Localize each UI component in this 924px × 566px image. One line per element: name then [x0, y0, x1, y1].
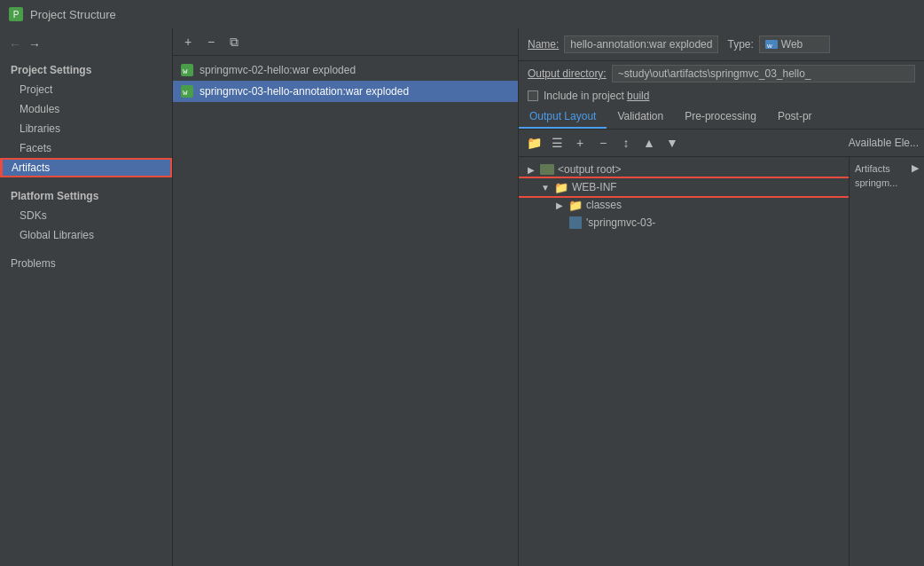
avail-item-springm-label: springm...	[855, 177, 897, 188]
classes-folder-icon: 📁	[568, 198, 583, 212]
include-build-label: Include in project build	[544, 90, 649, 102]
output-dir-value[interactable]: ~study\out\artifacts\springmvc_03_hello_	[612, 65, 915, 83]
right-panel: Name: hello-annotation:war exploded Type…	[519, 28, 924, 566]
tree-label-springmvc: 'springmvc-03-	[586, 216, 655, 229]
project-settings-label: Project Settings	[0, 59, 172, 80]
output-add-btn[interactable]: +	[570, 133, 590, 153]
add-artifact-button[interactable]: +	[178, 32, 198, 51]
sidebar: ← → Project Settings Project Modules Lib…	[0, 28, 173, 566]
tree-node-output-root[interactable]: ▶ <output root>	[519, 161, 849, 178]
type-field-group: Type: w Web	[727, 35, 829, 53]
copy-artifact-button[interactable]: ⧉	[224, 32, 244, 51]
svg-text:w: w	[183, 67, 188, 75]
type-value[interactable]: w Web	[759, 35, 830, 53]
sidebar-item-sdks[interactable]: SDKs	[0, 206, 172, 225]
tree-label-classes: classes	[586, 199, 622, 211]
springmvc-file-icon	[568, 216, 583, 230]
output-up-btn[interactable]: ▲	[639, 133, 659, 153]
output-sort-btn[interactable]: ↕	[616, 133, 636, 153]
output-dir-label: Output directory:	[528, 67, 607, 80]
artifact-icon-2: w	[180, 84, 194, 98]
output-toolbar: 📁 ☰ + − ↕ ▲ ▼ Available Ele...	[519, 130, 924, 157]
output-folder-btn[interactable]: 📁	[524, 133, 544, 153]
tree-node-webinf[interactable]: ▼ 📁 WEB-INF	[519, 178, 849, 196]
tree-node-classes[interactable]: ▶ 📁 classes	[519, 196, 849, 214]
sidebar-item-global-libraries[interactable]: Global Libraries	[0, 225, 172, 245]
svg-text:w: w	[183, 88, 188, 97]
sidebar-item-artifacts[interactable]: Artifacts	[0, 158, 172, 177]
root-icon	[540, 162, 554, 177]
tab-output-layout[interactable]: Output Layout	[519, 106, 607, 129]
svg-rect-6	[540, 164, 554, 175]
sidebar-item-problems[interactable]: Problems	[0, 252, 172, 273]
type-value-text: Web	[781, 38, 803, 51]
sidebar-item-project[interactable]: Project	[0, 80, 172, 99]
type-label: Type:	[727, 38, 753, 51]
tree-label-webinf: WEB-INF	[572, 181, 617, 193]
artifact-icon: w	[180, 63, 194, 77]
avail-label: Available Ele...	[849, 137, 919, 149]
sidebar-item-facets[interactable]: Facets	[0, 138, 172, 158]
sidebar-item-modules[interactable]: Modules	[0, 99, 172, 119]
output-down-btn[interactable]: ▼	[662, 133, 682, 153]
name-value[interactable]: hello-annotation:war exploded	[564, 35, 718, 53]
remove-artifact-button[interactable]: −	[201, 32, 221, 51]
center-toolbar: + − ⧉	[173, 28, 518, 56]
app-icon: P	[9, 7, 23, 21]
back-arrow[interactable]: ←	[9, 37, 21, 51]
include-build-checkbox[interactable]	[528, 90, 538, 101]
forward-arrow[interactable]: →	[28, 37, 41, 51]
avail-panel: Artifacts ▶ springm...	[849, 157, 924, 566]
right-header: Name: hello-annotation:war exploded Type…	[519, 28, 924, 61]
nav-arrows: ← →	[0, 34, 172, 59]
tab-pre-processing[interactable]: Pre-processing	[674, 106, 767, 129]
tree-label-output-root: <output root>	[558, 163, 621, 176]
avail-item-artifacts-arrow: ▶	[912, 162, 919, 174]
output-remove-btn[interactable]: −	[593, 133, 613, 153]
platform-settings-label: Platform Settings	[0, 185, 172, 206]
title-text: Project Structure	[30, 8, 116, 21]
sidebar-item-libraries[interactable]: Libraries	[0, 119, 172, 138]
name-label: Name:	[528, 38, 559, 51]
svg-rect-7	[569, 216, 582, 229]
toggle-classes: ▶	[554, 200, 565, 210]
include-build-row: Include in project build	[519, 86, 924, 106]
svg-text:w: w	[766, 42, 772, 50]
artifact-item-selected[interactable]: w springmvc-03-hello-annotation:war expl…	[173, 81, 518, 102]
center-panel: + − ⧉ w springmvc-02-hello:war exploded	[173, 28, 519, 566]
tree-node-springmvc[interactable]: 'springmvc-03-	[519, 214, 849, 232]
artifact-item[interactable]: w springmvc-02-hello:war exploded	[173, 59, 518, 81]
output-area: 📁 ☰ + − ↕ ▲ ▼ Available Ele... ▶	[519, 130, 924, 566]
artifact-list: w springmvc-02-hello:war exploded w spri…	[173, 56, 518, 566]
title-bar: P Project Structure	[0, 0, 924, 28]
toggle-webinf: ▼	[540, 183, 551, 193]
name-field-group: Name: hello-annotation:war exploded	[528, 35, 718, 53]
webinf-folder-icon: 📁	[554, 180, 568, 194]
output-layer-btn[interactable]: ☰	[547, 133, 567, 153]
artifact-name-2: springmvc-03-hello-annotation:war explod…	[200, 85, 409, 98]
artifact-name: springmvc-02-hello:war exploded	[200, 64, 356, 76]
avail-item-artifacts-label: Artifacts	[855, 163, 890, 174]
avail-item-springm[interactable]: springm...	[850, 176, 924, 190]
tree-area: ▶ <output root> ▼ 📁 WEB-INF	[519, 157, 849, 566]
toggle-output-root: ▶	[526, 165, 536, 175]
tabs-row: Output Layout Validation Pre-processing …	[519, 106, 924, 130]
tab-validation[interactable]: Validation	[607, 106, 674, 129]
output-dir-row: Output directory: ~study\out\artifacts\s…	[519, 61, 924, 86]
avail-item-artifacts[interactable]: Artifacts ▶	[850, 161, 924, 176]
tab-post-processing[interactable]: Post-pr	[767, 106, 823, 129]
